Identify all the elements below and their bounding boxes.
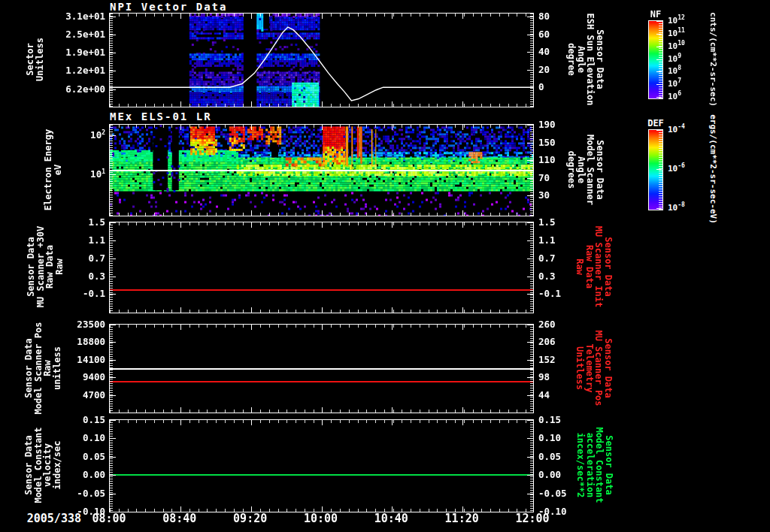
y-major-tick [110,277,116,277]
right-axis-tick-label: 0.10 [538,432,561,443]
data-line-els [110,170,533,171]
x-major-tick [392,101,393,107]
x-major-tick [180,307,181,313]
left-axis-title-scanner-pos: Sensor DataModel Scanner PosRawunitless [24,322,62,414]
right-axis-tick-label: 60 [538,29,550,40]
x-major-tick [251,125,252,130]
right-axis-tick-label: 98 [538,371,550,382]
minor-ticks [110,125,113,216]
colorbar-units-def: ergs/(cm**2-sr-sec-eV) [708,114,718,224]
y-major-tick [527,240,533,241]
y-major-tick [527,494,533,494]
colorbar-major-tick [656,71,662,72]
left-axis-tick-label: 1.2e+01 [54,65,105,76]
x-axis-tick-label: 08:00 [79,512,139,525]
minor-ticks [110,14,113,107]
colorbar-tick-label: 109 [668,54,681,64]
x-major-tick [392,307,393,313]
x-axis-tick-label: 11:20 [432,512,492,525]
x-axis-tick-label: 10:00 [291,512,351,525]
x-major-tick [251,307,252,313]
y-major-tick [527,52,533,53]
x-major-tick [322,125,323,130]
right-axis-tick-label: 70 [538,172,550,183]
colorbar-tick-label: 107 [668,79,681,89]
right-axis-tick-label: -0.1 [538,288,561,299]
data-line-model-constant [110,474,533,476]
y-major-tick [527,457,533,458]
left-axis-tick-label: 18800 [54,336,105,347]
y-major-tick [527,222,533,223]
minor-ticks [530,125,533,216]
right-axis-tick-label: 150 [538,137,556,148]
x-major-tick [251,222,252,228]
y-major-tick [527,325,533,325]
right-axis-tick-label: 0 [538,81,544,92]
y-major-tick [110,475,116,476]
colorbar-tick-label: 10-8 [668,203,685,213]
y-major-tick [527,438,533,439]
y-major-tick [110,438,116,439]
right-axis-tick-label: 0.05 [538,451,561,462]
left-axis-tick-label: 6.2e+00 [54,83,105,95]
y-major-tick [110,240,116,241]
minor-ticks [530,325,533,413]
y-major-tick [110,174,116,175]
y-major-tick [110,258,116,259]
npi-spectrogram-canvas [110,14,533,107]
y-major-tick [110,325,116,325]
minor-ticks [110,325,113,413]
right-axis-title-mu-scanner-30v: Sensor DataMU Scanner InitRaw DataRaw [575,226,613,307]
y-major-tick [110,17,116,17]
y-major-tick [527,160,533,161]
x-major-tick [462,210,463,216]
x-major-tick [180,325,181,330]
x-major-tick [180,222,181,228]
x-major-tick [462,420,463,425]
x-major-tick [392,407,393,413]
x-axis-tick-label: 08:40 [150,512,210,525]
panel-els [109,124,534,216]
colorbar-tick-label: 10-4 [668,125,685,135]
right-axis-tick-label: 152 [538,354,556,365]
x-major-tick [180,420,181,425]
x-major-tick [322,222,323,228]
left-axis-tick-label: 0.15 [54,414,105,425]
colorbar-major-tick [656,21,662,22]
x-major-tick [251,407,252,413]
x-major-tick [392,222,393,228]
colorbar-name-def: DEF [641,118,671,128]
x-axis-tick-label: 10:40 [361,512,421,525]
y-major-tick [110,35,116,35]
y-major-tick [527,277,533,277]
left-axis-title-els: Electron EnergyeV [44,128,62,210]
x-major-tick [462,222,463,228]
x-major-tick [392,506,393,512]
y-major-tick [527,35,533,35]
x-major-tick [180,14,181,19]
colorbar-tick-label: 108 [668,66,681,76]
right-axis-title-npi: Sensor DataESH Sun ElevationAngledegree [567,14,605,106]
x-major-tick [322,420,323,425]
right-axis-tick-label: 0.00 [538,469,561,480]
panel-npi-title: NPI Vector Data [110,1,227,13]
data-line-scanner-pos [110,368,533,370]
y-major-tick [527,377,533,378]
right-axis-tick-label: 44 [538,389,550,401]
x-major-tick [462,506,463,512]
x-major-tick [392,420,393,425]
right-axis-tick-label: -0.05 [538,488,567,499]
right-axis-tick-label: 206 [538,336,556,347]
colorbar-tick-label: 1012 [668,16,685,26]
right-axis-tick-label: 0.7 [538,252,556,264]
y-major-tick [110,377,116,378]
colorbar-def [648,129,663,210]
y-major-tick [110,420,116,421]
right-axis-title-scanner-pos: Sensor DataMU Scanner PosTelemetryUnitle… [575,330,613,406]
panel-scanner-pos [109,324,534,413]
y-major-tick [527,475,533,476]
x-major-tick [180,210,181,216]
telemetry-plot-page: NPI Vector Data MEx ELS-01 LR 2005/338 3… [0,0,770,532]
y-major-tick [110,494,116,494]
x-major-tick [462,125,463,130]
